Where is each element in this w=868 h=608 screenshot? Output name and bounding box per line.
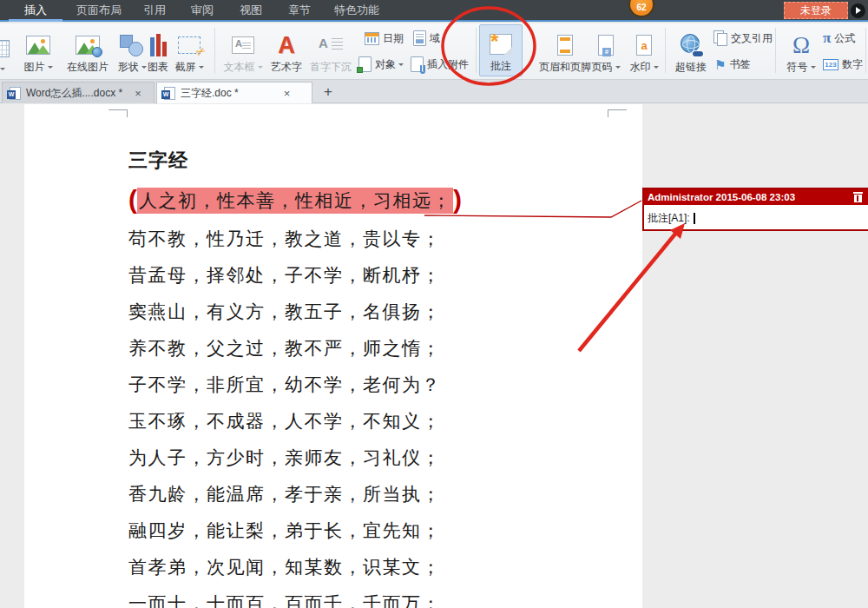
doc-line: 首孝弟，次见闻，知某数，识某文； — [128, 554, 441, 580]
ribbon-separator — [865, 28, 866, 73]
hyperlink-button[interactable]: 超链接 — [668, 24, 713, 76]
comment-button[interactable]: * 批注 — [479, 24, 523, 76]
document-tab-bar: W Word怎么插....docx * × W 三字经.doc * × + — [0, 80, 868, 103]
delete-comment-icon[interactable] — [853, 192, 863, 202]
wordart-button[interactable]: A 艺术字 — [266, 24, 307, 76]
crossref-button[interactable]: 交叉引用 — [713, 30, 773, 47]
menu-tab-review[interactable]: 审阅 — [179, 0, 226, 20]
menu-bar: 插入 页面布局 引用 审阅 视图 章节 特色功能 62 未登录 — [0, 0, 868, 22]
comment-text: 批注[A1]: — [648, 211, 690, 226]
page-number-icon: # — [598, 35, 614, 56]
doc-line: 养不教，父之过，教不严，师之惰； — [128, 335, 441, 361]
object-icon — [358, 56, 372, 72]
watermark-icon: a — [636, 35, 652, 56]
crossref-icon — [713, 30, 727, 46]
dropcap-button[interactable]: A 首字下沉 — [306, 24, 356, 76]
doc-tab-sanzijing[interactable]: W 三字经.doc * × — [156, 82, 312, 103]
screenshot-label: 截屏 — [175, 62, 196, 73]
bookmark-button[interactable]: ⚑ 书签 — [714, 56, 750, 73]
new-tab-button[interactable]: + — [318, 82, 339, 102]
attachment-label: 插入附件 — [427, 57, 469, 72]
doc-line: 苟不教，性乃迁，教之道，贵以专； — [128, 226, 441, 252]
login-button[interactable]: 未登录 — [784, 2, 848, 19]
doc-line: 昔孟母，择邻处，子不学，断机杼； — [128, 262, 441, 288]
comment-author-timestamp: Administrator 2015-06-08 23:03 — [648, 192, 795, 202]
dropdown-arrow-icon — [199, 66, 204, 71]
doc-line: 子不学，非所宜，幼不学，老何为？ — [128, 372, 441, 398]
textbox-icon: A — [232, 36, 254, 54]
menu-tab-page-layout[interactable]: 页面布局 — [66, 0, 132, 20]
dropdown-arrow-icon — [811, 66, 816, 71]
member-level-badge[interactable]: 62 — [628, 0, 654, 17]
doc-tab-word-howto[interactable]: W Word怎么插....docx * × — [2, 82, 155, 103]
text-cursor — [694, 213, 695, 224]
comment-balloon[interactable]: Administrator 2015-06-08 23:03 批注[A1]: — [642, 188, 868, 231]
header-footer-label: 页眉和页脚 — [539, 62, 591, 73]
textbox-button[interactable]: A 文本框 — [219, 24, 267, 76]
formula-button[interactable]: π 公式 — [823, 30, 855, 47]
online-picture-label: 在线图片 — [67, 62, 108, 73]
table-icon — [0, 40, 10, 57]
highlighted-text: 人之初，性本善，性相近，习相远； — [137, 188, 453, 214]
skin-arrow-icon[interactable] — [851, 3, 865, 18]
comment-icon: * — [490, 34, 512, 55]
dropdown-arrow-icon — [0, 68, 5, 73]
object-label: 对象 — [375, 57, 396, 72]
number-button[interactable]: 123 数字 — [823, 56, 863, 73]
chart-button[interactable]: 图表 — [142, 24, 174, 76]
bookmark-label: 书签 — [729, 57, 750, 72]
watermark-label: 水印 — [630, 62, 651, 73]
comment-bracket-open: ( — [128, 185, 137, 214]
doc-line: 香九龄，能温席，孝于亲，所当执； — [128, 481, 441, 507]
insert-ribbon: 图片 在线图片 形状 图表 ✂ 截屏 A 文本框 A 艺术字 A 首字下沉 日期… — [0, 23, 868, 80]
page-number-button[interactable]: # 页码 — [587, 24, 625, 76]
close-tab-icon[interactable]: × — [284, 87, 291, 100]
date-button[interactable]: 日期 — [365, 30, 404, 47]
document-page[interactable]: 三字经 (人之初，性本善，性相近，习相远；) 苟不教，性乃迁，教之道，贵以专； … — [24, 104, 642, 608]
doc-tab-label: 三字经.doc * — [181, 86, 239, 101]
doc-line: 玉不琢，不成器，人不学，不知义； — [128, 408, 441, 434]
close-tab-icon[interactable]: × — [135, 87, 141, 100]
formula-icon: π — [823, 30, 831, 47]
picture-icon — [26, 36, 50, 55]
menu-tab-references[interactable]: 引用 — [132, 0, 177, 20]
doc-line: 融四岁，能让梨，弟于长，宜先知； — [128, 518, 441, 544]
scissors-icon: ✂ — [194, 43, 208, 59]
formula-label: 公式 — [834, 31, 855, 46]
w-glyph: W — [7, 90, 16, 99]
dropdown-arrow-icon — [654, 66, 659, 71]
table-button-partial[interactable] — [0, 24, 16, 76]
field-button[interactable]: 域 — [413, 30, 440, 47]
word-doc-icon: W — [164, 87, 175, 100]
bookmark-icon: ⚑ — [714, 58, 726, 71]
online-picture-button[interactable]: 在线图片 — [61, 24, 115, 76]
dropdown-arrow-icon — [258, 66, 263, 71]
symbol-button[interactable]: Ω 符号 — [779, 24, 823, 76]
menu-tab-insert[interactable]: 插入 — [9, 0, 62, 22]
dropdown-arrow-icon — [48, 66, 53, 71]
menu-tab-special[interactable]: 特色功能 — [323, 0, 391, 20]
w-glyph: W — [161, 90, 170, 99]
comment-label: 批注 — [490, 61, 511, 72]
symbol-label: 符号 — [787, 62, 808, 73]
picture-button[interactable]: 图片 — [17, 24, 59, 76]
date-label: 日期 — [383, 31, 404, 46]
textbox-label: 文本框 — [224, 62, 255, 73]
menu-tab-view[interactable]: 视图 — [227, 0, 274, 20]
watermark-button[interactable]: a 水印 — [625, 24, 663, 76]
attachment-button[interactable]: 插入附件 — [411, 56, 469, 73]
comment-body[interactable]: 批注[A1]: — [644, 205, 868, 229]
number-icon: 123 — [823, 59, 838, 70]
doc-line-commented: (人之初，性本善，性相近，习相远；) — [128, 187, 462, 213]
ribbon-separator — [775, 28, 776, 73]
object-button[interactable]: 对象 — [358, 56, 404, 73]
menu-tab-section[interactable]: 章节 — [276, 0, 323, 20]
letter-a-glyph: A — [235, 38, 242, 49]
field-label: 域 — [430, 31, 440, 46]
letter-a-glyph: a — [637, 39, 651, 52]
attachment-icon — [411, 56, 424, 72]
margin-corner-mark — [608, 109, 627, 117]
hyperlink-label: 超链接 — [675, 62, 707, 73]
shapes-label: 形状 — [118, 62, 139, 73]
screenshot-button[interactable]: ✂ 截屏 — [170, 24, 208, 76]
